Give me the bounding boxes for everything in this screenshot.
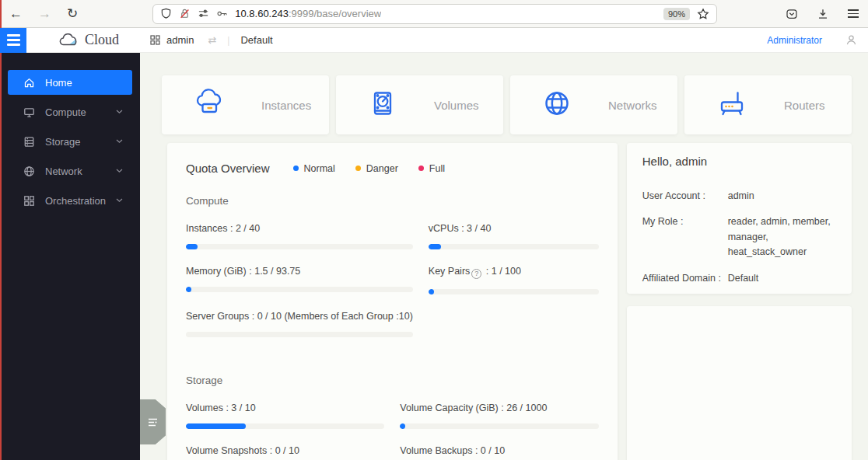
user-info-label: Affiliated Domain : (642, 271, 728, 286)
console-drawer-handle[interactable] (140, 399, 166, 444)
chevron-down-icon (116, 139, 123, 144)
routers-icon (714, 86, 750, 124)
browser-menu-icon[interactable] (848, 9, 859, 18)
summary-card[interactable]: Instances (162, 75, 329, 134)
summary-card[interactable]: Routers (684, 75, 852, 134)
summary-card[interactable]: Networks (510, 75, 677, 134)
quota-progress-track (400, 423, 598, 429)
quota-item: Volume Snapshots : 0 / 10 (186, 445, 384, 460)
storage-quota-grid: Volumes : 3 / 10 Volume Capacity (GiB) :… (186, 386, 599, 460)
browser-reload-button[interactable]: ↻ (67, 7, 78, 20)
quota-item: Instances : 2 / 40 (186, 223, 413, 249)
browser-forward-button[interactable]: → (38, 7, 51, 20)
sidebar-item[interactable]: Orchestration (8, 188, 132, 213)
volumes-icon (366, 86, 400, 124)
quota-progress-fill (429, 289, 434, 294)
console-drawer-icon (148, 417, 158, 427)
summary-card-label: Networks (608, 99, 657, 112)
sidebar-item[interactable]: Compute (8, 99, 132, 124)
summary-cards-row: Instances Volumes Networks Routers (162, 75, 852, 134)
storage-section-title: Storage (186, 375, 599, 386)
quota-progress-fill (186, 423, 246, 429)
sidebar-toggle-button[interactable] (0, 28, 26, 53)
quota-progress-fill (186, 244, 198, 249)
sidebar-item-label: Compute (45, 106, 116, 118)
sidebar-item[interactable]: Home (8, 70, 132, 95)
quota-item-label: vCPUs : 3 / 40 (429, 223, 599, 234)
quota-progress-fill (186, 287, 191, 292)
user-info-value: admin (728, 189, 836, 204)
quota-item-label: Volume Capacity (GiB) : 26 / 1000 (400, 402, 598, 413)
pocket-icon[interactable] (786, 8, 798, 20)
network-icon (23, 166, 35, 177)
compute-icon (23, 106, 35, 118)
switch-project-icon[interactable]: ⇄ (208, 34, 216, 46)
domain-name: Default (240, 34, 272, 46)
browser-back-button[interactable]: ← (9, 7, 23, 20)
app-logo-text: Cloud (85, 32, 119, 48)
quota-overview-title: Quota Overview (186, 162, 270, 175)
quota-progress-fill (400, 423, 405, 429)
summary-card[interactable]: Volumes (336, 75, 503, 134)
help-icon[interactable]: ? (471, 269, 481, 279)
networks-icon (540, 86, 574, 124)
page-zoom-badge[interactable]: 90% (663, 8, 690, 20)
quota-item: Server Groups : 0 / 10 (Members of Each … (186, 311, 413, 337)
quota-item-label: Volume Snapshots : 0 / 10 (186, 445, 384, 456)
user-info-rows: User Account : admin My Role : reader, a… (642, 189, 836, 286)
user-info-row: User Account : admin (642, 189, 836, 204)
shield-icon[interactable] (160, 8, 172, 19)
legend-item: Normal (293, 163, 335, 174)
sidebar-item[interactable]: Network (8, 159, 132, 183)
quota-item: Memory (GiB) : 1.5 / 93.75 (186, 266, 413, 294)
chevron-down-icon (116, 198, 123, 203)
quota-item-label: Volume Backups : 0 / 10 (400, 445, 598, 456)
main-content: Instances Volumes Networks Routers Quota… (140, 53, 868, 460)
legend-label: Danger (366, 163, 398, 174)
sidebar-item-label: Home (45, 77, 123, 89)
quota-item: Volume Capacity (GiB) : 26 / 1000 (400, 402, 598, 429)
permissions-icon[interactable] (198, 8, 209, 19)
app-logo[interactable]: Cloud (59, 32, 119, 48)
user-avatar-icon[interactable] (845, 34, 857, 46)
quota-progress-track (429, 244, 599, 249)
quota-progress-track (186, 244, 413, 249)
sidebar: Home Compute Storage Network Orchestrati… (0, 53, 140, 460)
user-info-label: My Role : (642, 214, 728, 260)
key-icon[interactable] (216, 8, 228, 19)
download-icon[interactable] (817, 8, 829, 20)
secondary-panel-card (627, 306, 852, 460)
project-name: admin (166, 34, 194, 46)
quota-legend: Normal Danger Full (293, 163, 445, 174)
sidebar-item-label: Storage (45, 136, 116, 148)
summary-card-label: Instances (261, 99, 311, 112)
quota-progress-track (186, 332, 413, 337)
sidebar-item[interactable]: Storage (8, 129, 132, 154)
legend-item: Full (418, 163, 445, 174)
insecure-lock-icon[interactable] (179, 8, 191, 19)
url-text[interactable]: 10.8.60.243:9999/base/overview (235, 8, 381, 19)
project-switcher[interactable]: admin ⇄ | Default (150, 34, 273, 46)
user-info-row: My Role : reader, admin, member, manager… (642, 214, 836, 260)
quota-item-label: Key Pairs? : 1 / 100 (429, 266, 599, 279)
compute-section-title: Compute (186, 195, 599, 207)
bookmark-star-icon[interactable] (697, 8, 709, 20)
home-icon (23, 77, 35, 89)
instances-icon (191, 86, 227, 124)
quota-item: Volumes : 3 / 10 (186, 402, 384, 429)
browser-chrome: ← → ↻ 10.8.60.243:9999/base/overview 90% (0, 0, 868, 28)
user-info-row: Affiliated Domain : Default (642, 271, 836, 286)
address-bar[interactable]: 10.8.60.243:9999/base/overview 90% (152, 4, 717, 24)
summary-card-label: Volumes (434, 99, 479, 112)
cloud-logo-icon (59, 33, 79, 47)
user-info-card: Hello, admin User Account : admin My Rol… (627, 143, 852, 294)
administrator-link[interactable]: Administrator (767, 35, 822, 46)
legend-dot (355, 166, 361, 171)
window-edge-highlight (0, 0, 2, 460)
legend-dot (293, 166, 299, 171)
legend-label: Full (429, 163, 445, 174)
sidebar-item-label: Network (45, 166, 116, 177)
summary-card-label: Routers (784, 99, 825, 112)
quota-item-label: Server Groups : 0 / 10 (Members of Each … (186, 311, 413, 322)
quota-progress-track (429, 289, 599, 294)
